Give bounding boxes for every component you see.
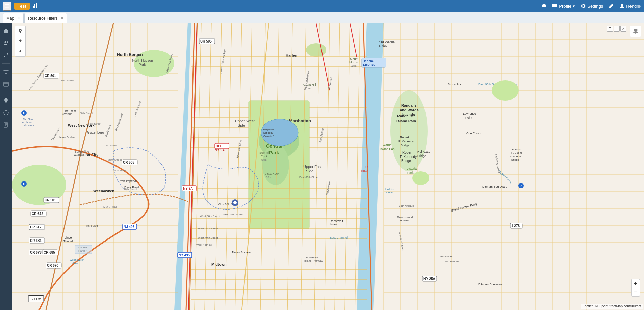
- zoom-in-button[interactable]: +: [631, 279, 640, 288]
- svg-text:Midtown: Midtown: [211, 262, 227, 266]
- svg-text:Park: Park: [139, 63, 146, 67]
- tab-map-close[interactable]: ✕: [17, 16, 20, 20]
- svg-text:Tunnel: Tunnel: [63, 239, 73, 243]
- svg-text:Francis: Francis: [512, 148, 521, 151]
- svg-text:West 54th Street: West 54th Street: [198, 227, 218, 230]
- tabsbar: Map ✕ Resource Filters ✕: [0, 12, 644, 23]
- svg-text:Mount: Mount: [350, 57, 359, 61]
- svg-point-5: [5, 41, 6, 43]
- sidebar-item-location[interactable]: [1, 95, 11, 106]
- svg-text:Harlem: Harlem: [286, 53, 299, 57]
- svg-text:70th Street: 70th Street: [61, 79, 74, 82]
- sidebar-item-info[interactable]: [1, 107, 11, 118]
- tab-map-label: Map: [6, 16, 14, 21]
- user-label: Hendrik: [626, 4, 641, 9]
- sidebar-item-calendar[interactable]: [1, 79, 11, 89]
- svg-text:Bergenline: Bergenline: [75, 150, 89, 153]
- layer-control: [630, 26, 641, 37]
- svg-text:Wards: Wards: [383, 143, 391, 147]
- svg-text:Third Avenue: Third Avenue: [377, 40, 395, 44]
- svg-text:Randalls: Randalls: [401, 103, 417, 107]
- svg-text:Side: Side: [306, 169, 313, 173]
- svg-text:Guttenberg: Guttenberg: [87, 131, 104, 134]
- svg-text:Island: Island: [330, 223, 338, 226]
- map-minimize-button[interactable]: —: [614, 26, 620, 32]
- svg-text:HH: HH: [216, 144, 221, 148]
- svg-text:West 45th St: West 45th St: [196, 243, 212, 246]
- svg-text:Times Square: Times Square: [232, 251, 251, 254]
- svg-text:Knic.Bluff: Knic.Bluff: [86, 224, 98, 227]
- svg-text:Con Edison: Con Edison: [466, 132, 482, 135]
- svg-text:NY 25A: NY 25A: [423, 277, 435, 281]
- svg-text:East Channel: East Channel: [330, 236, 348, 239]
- svg-text:Memorial: Memorial: [510, 155, 521, 158]
- attribution-text: Leaflet | © OpenStreetMap contributors: [583, 304, 641, 308]
- svg-text:Morris: Morris: [349, 61, 358, 64]
- profile-button[interactable]: Profile ▾: [552, 3, 575, 9]
- profile-dropdown-arrow: ▾: [573, 4, 575, 9]
- sidebar-item-people[interactable]: [1, 38, 11, 49]
- sidebar-item-tools[interactable]: [1, 50, 11, 61]
- edit-button[interactable]: [609, 3, 614, 9]
- svg-text:CR 670: CR 670: [47, 264, 58, 267]
- profile-label: Profile: [559, 4, 571, 9]
- barchart-icon: [32, 2, 38, 10]
- svg-point-4: [621, 4, 623, 6]
- main-area: North Bergen North Hudson Park West New …: [0, 23, 644, 310]
- svg-text:51st Street: 51st Street: [88, 122, 101, 125]
- svg-text:Cove: Cove: [72, 262, 79, 265]
- sidebar-item-home[interactable]: [1, 26, 11, 36]
- map-expand-button[interactable]: [607, 26, 613, 32]
- tab-resource-filters-label: Resource Filters: [28, 16, 57, 21]
- layer-toggle-button[interactable]: [630, 26, 641, 37]
- svg-point-19: [306, 43, 326, 57]
- svg-text:35th Avenue: 35th Avenue: [399, 204, 414, 207]
- map-window-controls: — ✕: [607, 26, 626, 32]
- svg-text:43 m: 43 m: [261, 158, 267, 161]
- map-tool-marker[interactable]: [15, 26, 25, 36]
- svg-text:CR 681: CR 681: [30, 239, 42, 243]
- svg-text:CR 685: CR 685: [44, 251, 55, 254]
- user-button[interactable]: Hendrik: [619, 3, 641, 9]
- svg-text:Lincoln: Lincoln: [65, 236, 74, 239]
- svg-text:Weehawken: Weehawken: [70, 258, 84, 261]
- map-svg[interactable]: North Bergen North Hudson Park West New …: [12, 23, 644, 310]
- sidebar-item-docs[interactable]: [1, 119, 11, 130]
- topbar-right: Profile ▾ Settings Hendrik: [541, 3, 641, 9]
- svg-text:29th Street: 29th Street: [104, 144, 118, 147]
- hamburger-menu-button[interactable]: ☰: [3, 2, 11, 11]
- svg-text:Hell Gate: Hell Gate: [417, 150, 430, 153]
- svg-text:F. Kennedy: F. Kennedy: [398, 140, 414, 143]
- svg-text:Ravenswood: Ravenswood: [397, 216, 413, 219]
- svg-text:Weehawken: Weehawken: [93, 189, 114, 193]
- svg-text:West 49th Street: West 49th Street: [198, 236, 218, 239]
- svg-text:Island Park: Island Park: [396, 119, 417, 123]
- map-tool-download[interactable]: [15, 46, 25, 56]
- map-close-button[interactable]: ✕: [620, 26, 626, 32]
- svg-text:CR 501: CR 501: [45, 74, 56, 78]
- svg-text:Islands: Islands: [402, 113, 415, 117]
- settings-button[interactable]: Settings: [581, 3, 603, 9]
- zoom-out-button[interactable]: −: [631, 288, 640, 297]
- map-container[interactable]: North Bergen North Hudson Park West New …: [12, 23, 644, 310]
- notification-button[interactable]: [541, 3, 547, 9]
- svg-text:18th Street: 18th Street: [124, 188, 137, 191]
- svg-text:R. Buono: R. Buono: [511, 151, 523, 154]
- svg-text:Roosevelt: Roosevelt: [306, 256, 318, 259]
- map-tool-upload[interactable]: [15, 36, 25, 46]
- svg-text:Robert: Robert: [402, 151, 412, 154]
- sidebar-divider-2: [2, 92, 10, 92]
- sidebar-item-filters[interactable]: [1, 66, 11, 77]
- svg-text:and Wards: and Wards: [400, 108, 419, 112]
- app-name-button[interactable]: Test: [14, 3, 30, 10]
- tab-resource-filters[interactable]: Resource Filters ✕: [24, 13, 67, 23]
- svg-text:1 278: 1 278: [511, 224, 520, 228]
- tab-resource-filters-close[interactable]: ✕: [60, 16, 63, 20]
- svg-text:Hallets: Hallets: [385, 188, 393, 191]
- svg-text:Vista Rock: Vista Rock: [265, 172, 279, 175]
- svg-text:P: P: [520, 184, 522, 188]
- svg-rect-7: [4, 82, 8, 86]
- svg-text:CR 672: CR 672: [32, 212, 43, 216]
- svg-text:Drive: Drive: [361, 169, 368, 173]
- tab-map[interactable]: Map ✕: [3, 13, 24, 23]
